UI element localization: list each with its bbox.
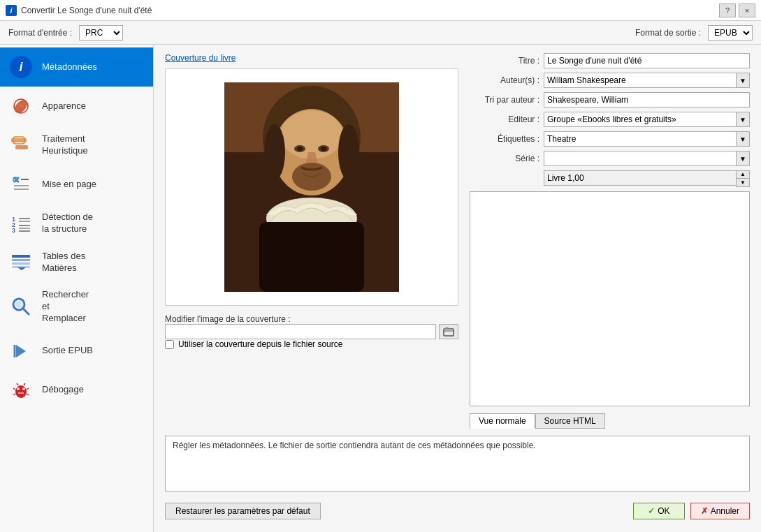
publisher-input[interactable] (544, 112, 736, 127)
sidebar-item-layout[interactable]: Mise en page (0, 165, 153, 204)
cancel-icon: ✗ (701, 506, 708, 516)
epub-icon (8, 339, 34, 364)
content-area: Couverture du livre (154, 45, 761, 532)
svg-marker-25 (16, 345, 26, 357)
publisher-select-wrap: ▼ (544, 112, 750, 127)
svg-point-28 (17, 387, 20, 390)
bottom-info-text: Régler les métadonnées. Le fichier de so… (173, 441, 536, 450)
series-input[interactable] (544, 151, 736, 166)
sidebar-label-epub: Sortie EPUB (42, 345, 93, 357)
author-input[interactable] (544, 73, 736, 88)
main-layout: i Métadonnées Apparence (0, 45, 761, 532)
help-button[interactable]: ? (719, 3, 736, 17)
input-format-label: Format d'entrée : (8, 28, 72, 38)
tags-row: Étiquettes : ▼ (470, 131, 750, 147)
book-number-down[interactable]: ▼ (737, 179, 749, 186)
sidebar-item-structure[interactable]: 1 2 3 Détection de la structure (0, 204, 153, 243)
close-button[interactable]: × (739, 3, 755, 17)
title-row: Titre : (470, 53, 750, 68)
output-format-label: Format de sortie : (635, 28, 701, 38)
book-number-spin: ▲ ▼ (544, 170, 750, 187)
ok-button[interactable]: ✓ OK (633, 503, 684, 519)
sort-label: Tri par auteur : (470, 95, 539, 105)
svg-point-40 (292, 163, 331, 191)
series-select-wrap: ▼ (544, 151, 750, 166)
output-format-select[interactable]: EPUB MOBI AZW3 HTML TXT (708, 25, 753, 40)
svg-rect-47 (444, 329, 454, 336)
cover-browse-button[interactable] (439, 324, 458, 339)
tags-input[interactable] (544, 131, 736, 147)
use-source-cover-label: Utiliser la couverture depuis le fichier… (178, 339, 342, 349)
bottom-info-box: Régler les métadonnées. Le fichier de so… (165, 436, 750, 492)
tags-label: Étiquettes : (470, 134, 539, 144)
series-label: Série : (470, 154, 539, 163)
modify-cover-section: Modifier l'image de la couverture : (165, 311, 458, 349)
tags-dropdown-button[interactable]: ▼ (736, 131, 750, 147)
view-tabs: Vue normale Source HTML (470, 413, 750, 429)
author-row: Auteur(s) : ▼ (470, 73, 750, 88)
book-number-row: ▲ ▼ (470, 170, 750, 187)
series-dropdown-button[interactable]: ▼ (736, 151, 750, 166)
titlebar: i Convertir Le Songe d'une nuit d'été ? … (0, 0, 761, 21)
svg-text:3: 3 (12, 227, 15, 234)
svg-point-27 (15, 385, 27, 398)
tables-icon (8, 250, 34, 275)
layout-icon (8, 172, 34, 197)
structure-icon: 1 2 3 (8, 211, 34, 236)
svg-point-29 (22, 387, 25, 390)
bottom-bar: Restaurer les paramètres par défaut ✓ OK… (165, 498, 750, 524)
svg-point-45 (264, 124, 285, 180)
publisher-label: Editeur : (470, 114, 539, 124)
svg-point-46 (338, 124, 359, 180)
sidebar-label-tables: Tables des Matières (42, 251, 85, 274)
tab-view-normal[interactable]: Vue normale (470, 413, 535, 429)
window-controls: ? × (719, 3, 755, 17)
sidebar-item-epub[interactable]: Sortie EPUB (0, 332, 153, 371)
title-input[interactable] (544, 53, 750, 68)
svg-rect-18 (12, 255, 30, 258)
book-number-up[interactable]: ▲ (737, 171, 749, 179)
sort-input[interactable] (544, 92, 750, 108)
modify-cover-label: Modifier l'image de la couverture : (165, 314, 458, 324)
sidebar-label-search: Rechercher et Remplacer (42, 289, 89, 325)
sort-row: Tri par auteur : (470, 92, 750, 108)
tags-select-wrap: ▼ (544, 131, 750, 147)
series-row: Série : ▼ (470, 151, 750, 166)
author-label: Auteur(s) : (470, 75, 539, 85)
sidebar-label-metadata: Métadonnées (42, 61, 97, 73)
svg-point-39 (321, 147, 326, 151)
cover-section-label[interactable]: Couverture du livre (165, 53, 458, 63)
app-icon: i (6, 5, 17, 16)
metadata-icon: i (8, 54, 34, 80)
description-box[interactable] (470, 191, 750, 406)
sidebar: i Métadonnées Apparence (0, 45, 154, 532)
sidebar-item-debug[interactable]: Débogage (0, 371, 153, 410)
svg-point-35 (280, 110, 343, 159)
cover-path-input[interactable] (165, 324, 436, 339)
svg-rect-48 (445, 327, 449, 330)
author-dropdown-button[interactable]: ▼ (736, 73, 750, 88)
sidebar-label-structure: Détection de la structure (42, 212, 93, 235)
sidebar-item-metadata[interactable]: i Métadonnées (0, 47, 153, 87)
svg-rect-20 (12, 263, 30, 265)
cover-section: Couverture du livre (165, 53, 458, 429)
sidebar-item-tables[interactable]: Tables des Matières (0, 243, 153, 282)
publisher-dropdown-button[interactable]: ▼ (736, 112, 750, 127)
svg-point-38 (297, 147, 303, 151)
input-format-select[interactable]: PRC EPUB MOBI HTML (79, 25, 123, 40)
cancel-button[interactable]: ✗ Annuler (690, 503, 750, 519)
search-icon (8, 294, 34, 319)
use-source-cover-row: Utiliser la couverture depuis le fichier… (165, 339, 458, 349)
modify-cover-row (165, 324, 458, 339)
use-source-cover-checkbox[interactable] (165, 340, 174, 349)
sidebar-item-heuristic[interactable]: Traitement Heuristique (0, 126, 153, 165)
title-label: Titre : (470, 56, 539, 66)
svg-rect-5 (15, 145, 28, 149)
sidebar-item-appearance[interactable]: Apparence (0, 87, 153, 126)
sidebar-item-search[interactable]: Rechercher et Remplacer (0, 282, 153, 332)
author-select-wrap: ▼ (544, 73, 750, 88)
book-number-input[interactable] (544, 170, 736, 186)
reset-defaults-button[interactable]: Restaurer les paramètres par défaut (165, 503, 321, 519)
tab-view-html[interactable]: Source HTML (535, 413, 605, 429)
sidebar-label-heuristic: Traitement Heuristique (42, 133, 88, 157)
